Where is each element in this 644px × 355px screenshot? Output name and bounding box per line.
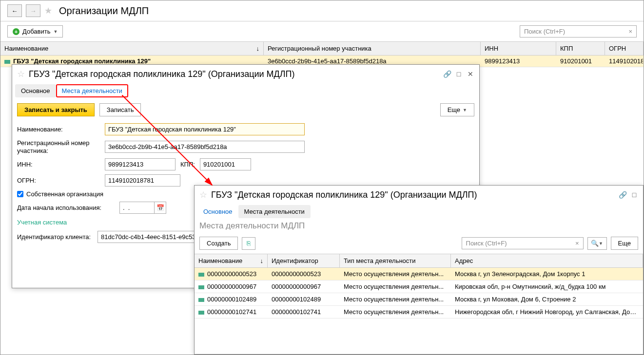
favorite-star-icon[interactable]: ★: [44, 5, 52, 16]
label-name: Наименование:: [17, 126, 100, 133]
row-icon: [4, 60, 10, 64]
label-kpp: КПП:: [180, 161, 195, 168]
add-button[interactable]: + Добавить ▼: [7, 25, 63, 37]
tab-places[interactable]: Места деятельности: [238, 205, 311, 218]
cell-id: 00000000000967: [268, 280, 340, 293]
places-dialog: ☆ ГБУЗ "Детская городская поликлиника 12…: [194, 185, 644, 355]
create-button[interactable]: Создать: [199, 237, 238, 250]
own-checkbox[interactable]: [17, 191, 23, 197]
cell-addr: Москва г, ул Зеленоградская, Дом 1корпус…: [451, 268, 643, 280]
more-button[interactable]: Еще: [611, 237, 638, 250]
search-dropdown-button[interactable]: 🔍▼: [587, 237, 607, 250]
cell-name: 00000000000967: [195, 280, 268, 293]
cell-name: 00000000102489: [195, 293, 268, 305]
calendar-icon[interactable]: 📅: [154, 202, 166, 213]
tab-places[interactable]: Места деятельности: [56, 84, 128, 97]
favorite-star-icon[interactable]: ☆: [199, 189, 207, 200]
chevron-down-icon: ▼: [53, 29, 58, 34]
row-icon: [198, 273, 204, 277]
tab-main[interactable]: Основное: [197, 205, 238, 218]
add-button-label: Добавить: [22, 28, 50, 35]
col-ogrn[interactable]: ОГРН: [605, 42, 644, 55]
table-row[interactable]: 00000000000967 00000000000967 Место осущ…: [195, 280, 643, 293]
col-name[interactable]: Наименование↓: [195, 254, 268, 267]
places-search-input[interactable]: Поиск (Ctrl+F) ×: [462, 237, 584, 249]
link-icon[interactable]: 🔗: [619, 191, 626, 199]
col-id[interactable]: Идентификатор: [268, 254, 340, 267]
label-date: Дата начала использования:: [17, 204, 115, 211]
dialog2-header: ☆ ГБУЗ "Детская городская поликлиника 12…: [195, 186, 643, 204]
plus-icon: +: [13, 28, 20, 35]
chevron-down-icon: ▼: [599, 241, 603, 246]
kpp-input[interactable]: [200, 158, 251, 170]
cell-type: Место осуществления деятельн...: [340, 293, 451, 305]
nav-back-button[interactable]: ←: [7, 4, 22, 17]
cell-inn: 9899123413: [481, 56, 556, 67]
label-client-id: Идентификатор клиента:: [17, 233, 93, 241]
row-icon: [198, 311, 204, 315]
table-row[interactable]: 00000000000523 00000000000523 Место осущ…: [195, 268, 643, 280]
link-icon[interactable]: 🔗: [443, 70, 451, 78]
cell-addr: Нижегородская обл, г Нижний Новгород, ул…: [451, 306, 643, 318]
close-icon[interactable]: ✕: [467, 70, 474, 78]
cell-name: 00000000000523: [195, 268, 268, 280]
table-row[interactable]: 00000000102489 00000000102489 Место осущ…: [195, 293, 643, 306]
col-inn[interactable]: ИНН: [481, 42, 556, 55]
cell-type: Место осуществления деятельн...: [340, 268, 451, 280]
table-header: Наименование↓ Регистрационный номер учас…: [0, 41, 644, 56]
search-input[interactable]: Поиск (Ctrl+F) ×: [520, 25, 637, 37]
dialog1-toolbar: Записать и закрыть Записать Еще▼: [12, 98, 479, 121]
favorite-star-icon[interactable]: ☆: [17, 69, 25, 79]
reg-input[interactable]: [105, 141, 305, 153]
cell-kpp: 910201001: [556, 56, 605, 67]
places-table-header: Наименование↓ Идентификатор Тип места де…: [195, 254, 643, 268]
dialog1-tabs: Основное Места деятельности: [12, 83, 479, 98]
col-addr[interactable]: Адрес: [451, 254, 643, 267]
label-ogrn: ОГРН:: [17, 177, 100, 184]
row-icon: [198, 285, 204, 289]
search-icon: 🔍: [591, 240, 599, 247]
chevron-down-icon: ▼: [463, 108, 467, 112]
page-title: Организации МДЛП: [59, 5, 149, 17]
clear-icon[interactable]: ×: [628, 28, 632, 35]
dialog1-header: ☆ ГБУЗ "Детская городская поликлиника 12…: [12, 65, 479, 83]
search-placeholder: Поиск (Ctrl+F): [466, 240, 507, 247]
tab-main[interactable]: Основное: [15, 84, 56, 97]
date-input[interactable]: 📅: [119, 202, 166, 214]
cell-id: 00000000102489: [268, 293, 340, 305]
col-name[interactable]: Наименование↓: [0, 42, 264, 55]
label-reg: Регистрационный номер участника:: [17, 139, 100, 154]
copy-icon-button[interactable]: ⎘: [242, 237, 255, 250]
maximize-icon[interactable]: □: [630, 191, 638, 199]
col-type[interactable]: Тип места деятельности: [340, 254, 451, 267]
sort-icon: ↓: [260, 257, 264, 264]
cell-id: 00000000000523: [268, 268, 340, 280]
section-places-title: Места деятельности МДЛП: [195, 219, 643, 233]
sort-icon: ↓: [256, 45, 260, 52]
cell-id: 00000000102741: [268, 306, 340, 318]
save-button[interactable]: Записать: [99, 103, 141, 116]
dialog2-title: ГБУЗ "Детская городская поликлиника 129"…: [211, 190, 615, 200]
row-icon: [198, 298, 204, 302]
maximize-icon[interactable]: □: [455, 70, 463, 78]
name-input[interactable]: [105, 123, 305, 135]
inn-input[interactable]: [105, 158, 176, 170]
search-placeholder: Поиск (Ctrl+F): [524, 28, 565, 35]
dialog1-title: ГБУЗ "Детская городская поликлиника 129"…: [29, 69, 439, 79]
dialog2-toolbar: Создать ⎘ Поиск (Ctrl+F) × 🔍▼ Еще: [195, 233, 643, 254]
save-close-button[interactable]: Записать и закрыть: [17, 103, 95, 116]
table-row[interactable]: 00000000102741 00000000102741 Место осущ…: [195, 306, 643, 318]
ogrn-input[interactable]: [105, 174, 180, 187]
cell-addr: Москва г, ул Моховая, Дом 6, Строение 2: [451, 293, 643, 305]
nav-forward-button[interactable]: →: [26, 4, 40, 17]
client-id-input[interactable]: [98, 231, 202, 243]
cell-type: Место осуществления деятельн...: [340, 280, 451, 293]
label-own: Собственная организация: [26, 190, 103, 198]
label-inn: ИНН:: [17, 161, 100, 168]
col-reg[interactable]: Регистрационный номер участника: [264, 42, 481, 55]
cell-ogrn: 1149102018781: [605, 56, 644, 67]
cell-name: 00000000102741: [195, 306, 268, 318]
more-button[interactable]: Еще▼: [440, 103, 474, 116]
clear-icon[interactable]: ×: [575, 240, 579, 247]
col-kpp[interactable]: КПП: [556, 42, 605, 55]
